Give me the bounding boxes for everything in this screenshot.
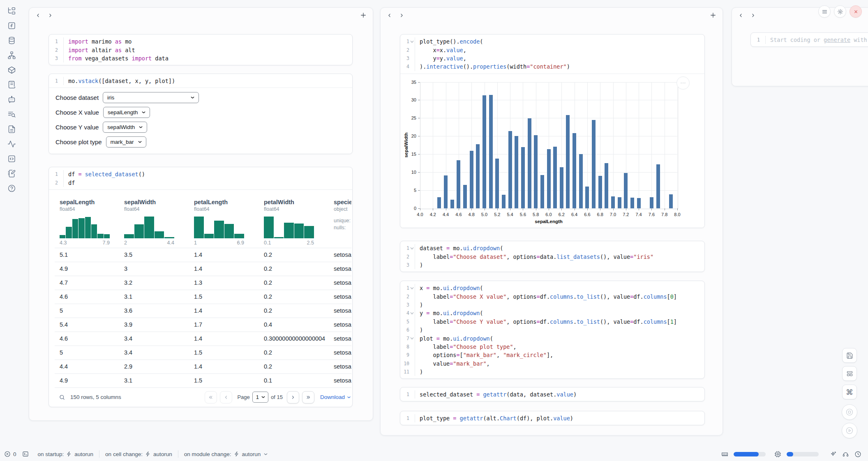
previous-page-button[interactable] bbox=[220, 391, 232, 403]
code-editor[interactable]: 1mo.vstack([dataset, x, y, plot]) bbox=[49, 74, 352, 88]
scroll-right-button[interactable] bbox=[46, 12, 54, 19]
dependency-graph-button[interactable] bbox=[6, 49, 17, 61]
code-editor[interactable]: 1x = mo.ui.dropdown(2 label="Choose X va… bbox=[400, 281, 704, 378]
chevron-down-icon bbox=[263, 452, 268, 457]
on-cell-change-label: on cell change: bbox=[105, 451, 143, 457]
help-button[interactable] bbox=[6, 182, 17, 194]
bar bbox=[611, 196, 615, 208]
documentation-button[interactable] bbox=[6, 123, 17, 135]
shutdown-button[interactable] bbox=[850, 5, 862, 18]
range-max: 4.4 bbox=[167, 240, 174, 246]
fold-toggle-icon[interactable] bbox=[409, 311, 415, 315]
code-editor[interactable]: 1Start coding or generate with bbox=[751, 33, 868, 46]
histogram-bar bbox=[204, 234, 214, 238]
save-button[interactable] bbox=[842, 348, 857, 363]
code-editor[interactable]: 1import marimo as mo2import altair as al… bbox=[49, 35, 352, 65]
scroll-left-button[interactable] bbox=[34, 12, 42, 19]
scroll-left-button[interactable] bbox=[386, 12, 393, 19]
search-icon[interactable] bbox=[59, 394, 65, 401]
scroll-right-button[interactable] bbox=[398, 12, 405, 19]
layout-button[interactable] bbox=[842, 366, 857, 381]
y-tick-label: 25 bbox=[411, 115, 416, 120]
altair-chart[interactable]: 4.04.24.44.64.85.05.25.45.65.86.06.26.46… bbox=[400, 74, 704, 228]
logs-button[interactable] bbox=[6, 108, 17, 120]
dataset-select[interactable]: iris bbox=[103, 92, 199, 103]
code-text: ) bbox=[415, 327, 423, 333]
terminal-button[interactable] bbox=[22, 451, 29, 457]
errors-indicator[interactable]: 0 bbox=[4, 451, 16, 457]
fold-toggle-icon[interactable] bbox=[409, 40, 415, 44]
code-text: from vega_datasets import data bbox=[64, 55, 169, 62]
y-value-select[interactable]: sepalWidth bbox=[103, 122, 147, 133]
stop-button[interactable] bbox=[842, 404, 857, 420]
scratchpad-button[interactable] bbox=[6, 168, 17, 179]
bar bbox=[502, 195, 506, 208]
packages-button[interactable] bbox=[6, 64, 17, 76]
code-editor[interactable]: 1df = selected_dataset()2df bbox=[49, 167, 352, 189]
line-number: 2 bbox=[400, 294, 409, 300]
assistant-button[interactable] bbox=[842, 451, 849, 458]
column-header-species: speciesobjectunique:nulls: bbox=[329, 199, 351, 248]
on-cell-change-setting[interactable]: on cell change: autorun bbox=[105, 451, 172, 457]
snippets-button[interactable] bbox=[6, 153, 17, 164]
divider bbox=[178, 450, 178, 458]
x-value-select[interactable]: sepalLength bbox=[103, 107, 150, 118]
keyboard-shortcuts-button[interactable]: ⌘ bbox=[842, 385, 857, 399]
code-text: ) bbox=[415, 262, 423, 268]
bar bbox=[605, 163, 608, 208]
tracing-button[interactable] bbox=[6, 138, 17, 150]
command-icon: ⌘ bbox=[846, 388, 853, 396]
file-explorer-icon bbox=[7, 7, 16, 15]
selected-value: mark_bar bbox=[111, 139, 134, 145]
add-cell-button[interactable] bbox=[709, 11, 717, 19]
download-button[interactable]: Download bbox=[320, 394, 351, 400]
scroll-left-button[interactable] bbox=[737, 12, 744, 19]
vstack-output: Choose datasetirisChoose X valuesepalLen… bbox=[49, 88, 352, 154]
file-explorer-button[interactable] bbox=[6, 5, 17, 16]
add-cell-button[interactable] bbox=[359, 11, 367, 19]
fold-toggle-icon[interactable] bbox=[409, 286, 415, 290]
x-tick-label: 4.4 bbox=[443, 212, 449, 217]
histogram-bar bbox=[91, 224, 97, 238]
menu-button[interactable] bbox=[818, 5, 831, 18]
fold-toggle-icon[interactable] bbox=[409, 337, 415, 340]
code-text: label="Choose plot type", bbox=[415, 343, 517, 350]
last-page-button[interactable] bbox=[302, 391, 314, 403]
scripts-button[interactable] bbox=[6, 79, 17, 90]
first-page-button[interactable] bbox=[205, 391, 217, 403]
code-editor[interactable]: 1plot_type().encode(2 x=x.value,3 y=y.va… bbox=[400, 35, 704, 74]
chat-button[interactable] bbox=[6, 94, 17, 105]
y-value-select-row: Choose Y valuesepalWidth bbox=[55, 121, 147, 133]
next-page-button[interactable] bbox=[287, 391, 299, 403]
code-editor[interactable]: 1dataset = mo.ui.dropdown(2 label="Choos… bbox=[400, 241, 704, 272]
histogram-bar bbox=[134, 224, 144, 238]
plot-type-select[interactable]: mark_bar bbox=[106, 136, 146, 148]
on-startup-setting[interactable]: on startup: autorun bbox=[38, 451, 94, 457]
x-value-select-label: Choose X value bbox=[55, 109, 99, 116]
row-count-summary: 150 rows, 5 columns bbox=[70, 394, 121, 400]
run-all-button[interactable] bbox=[842, 423, 857, 438]
chart-options-button[interactable] bbox=[676, 76, 690, 90]
settings-button[interactable] bbox=[834, 5, 846, 18]
bar bbox=[521, 147, 525, 208]
bar bbox=[656, 164, 660, 208]
ai-sparkles-button[interactable] bbox=[830, 451, 837, 458]
code-editor[interactable]: 1selected_dataset = getattr(data, datase… bbox=[400, 387, 704, 401]
recent-runs-button[interactable] bbox=[854, 451, 861, 458]
page-select[interactable]: 1 bbox=[252, 392, 268, 403]
x-tick bbox=[471, 208, 472, 210]
datasources-button[interactable] bbox=[6, 35, 17, 46]
code-editor[interactable]: 1plot_type = getattr(alt.Chart(df), plot… bbox=[400, 411, 704, 425]
generate-with-ai-link[interactable]: generate bbox=[824, 37, 850, 43]
code-text: plot = mo.ui.dropdown( bbox=[415, 335, 493, 342]
functions-button[interactable] bbox=[6, 20, 17, 31]
scroll-right-button[interactable] bbox=[749, 12, 757, 19]
histogram-bar bbox=[155, 231, 164, 238]
table-cell: 5 bbox=[55, 307, 119, 314]
x-value-select-row: Choose X valuesepalLength bbox=[55, 106, 150, 118]
fold-toggle-icon[interactable] bbox=[409, 247, 415, 250]
on-module-change-setting[interactable]: on module change: autorun bbox=[184, 451, 269, 457]
x-tick-label: 4.2 bbox=[430, 212, 436, 217]
chart-output: 4.04.24.44.64.85.05.25.45.65.86.06.26.46… bbox=[400, 74, 704, 228]
y-tick-label: 15 bbox=[411, 152, 416, 157]
